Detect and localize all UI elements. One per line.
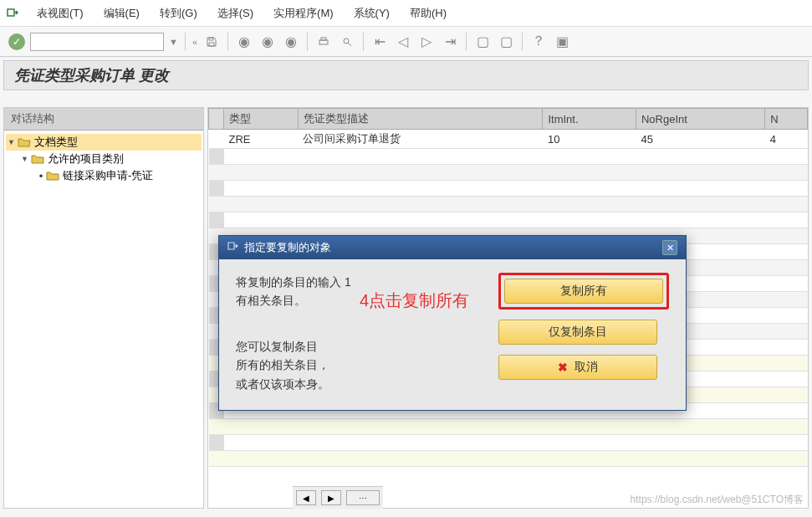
- shortcut-icon[interactable]: ▢: [497, 33, 515, 51]
- divider: [522, 33, 523, 51]
- cell-extra[interactable]: 4: [765, 130, 808, 149]
- folder-icon: [31, 153, 44, 165]
- menu-help[interactable]: 帮助(H): [400, 3, 457, 24]
- menu-utilities[interactable]: 实用程序(M): [263, 3, 344, 24]
- divider: [185, 33, 186, 51]
- exit-icon[interactable]: ◉: [258, 33, 277, 51]
- divider: [363, 33, 364, 51]
- menu-select[interactable]: 选择(S): [207, 3, 263, 24]
- cancel-x-icon: ✖: [558, 361, 568, 374]
- help-icon[interactable]: ？: [529, 33, 548, 51]
- bullet-icon: •: [36, 170, 46, 182]
- command-field[interactable]: [30, 33, 164, 51]
- page-title: 凭证类型采购订单 更改: [14, 65, 169, 85]
- folder-open-icon: [18, 136, 31, 148]
- back-icon[interactable]: ◉: [235, 33, 253, 51]
- menu-system[interactable]: 系统(Y): [344, 3, 400, 24]
- tree-node-link-pr[interactable]: • 链接采购申请-凭证: [6, 167, 202, 184]
- cell-norge[interactable]: 45: [636, 130, 764, 149]
- tree-node-label: 链接采购申请-凭证: [63, 168, 153, 183]
- col-desc[interactable]: 凭证类型描述: [298, 109, 543, 130]
- watermark: https://blog.csdn.net/web@51CTO博客: [631, 493, 804, 507]
- table-row[interactable]: ZRE 公司间采购订单退货 10 45 4: [209, 130, 808, 149]
- svg-rect-0: [319, 40, 328, 44]
- enter-icon[interactable]: ✓: [8, 33, 25, 50]
- chevrons-icon: «: [192, 37, 197, 47]
- tree-node-label: 文档类型: [34, 135, 78, 150]
- col-type[interactable]: 类型: [224, 109, 299, 130]
- row-selector[interactable]: [209, 130, 224, 149]
- copy-objects-dialog: 指定要复制的对象 ✕ 将复制的条目的输入 1 有相关条目。 您可以复制条目 所有…: [218, 235, 687, 411]
- menu-launcher-icon[interactable]: [5, 6, 20, 21]
- col-norgeint[interactable]: NoRgeInt: [636, 109, 764, 130]
- position-button[interactable]: ⋯: [346, 490, 380, 505]
- select-col-header[interactable]: [209, 109, 224, 130]
- expand-toggle-icon[interactable]: ▼: [21, 155, 31, 163]
- scroll-right-button[interactable]: ▶: [321, 490, 341, 505]
- divider: [227, 33, 228, 51]
- copy-entry-only-button[interactable]: 仅复制条目: [498, 320, 657, 345]
- dialog-close-button[interactable]: ✕: [662, 240, 677, 255]
- expand-toggle-icon[interactable]: ▼: [8, 138, 18, 146]
- col-itmint[interactable]: ItmInt.: [543, 109, 636, 130]
- settings-icon[interactable]: ▣: [553, 33, 571, 51]
- cancel-label: 取消: [575, 360, 598, 375]
- annotation-text: 4点击复制所有: [360, 289, 469, 312]
- divider: [466, 33, 467, 51]
- svg-line-3: [348, 43, 351, 46]
- cell-itm[interactable]: 10: [543, 130, 636, 149]
- table-scroll-controls: ◀ ▶ ⋯: [293, 486, 383, 509]
- nav-first-icon[interactable]: ⇤: [370, 33, 389, 51]
- nav-last-icon[interactable]: ⇥: [441, 33, 459, 51]
- folder-icon: [46, 170, 59, 182]
- divider: [307, 33, 308, 51]
- cancel-button[interactable]: ✖ 取消: [498, 355, 657, 380]
- tree-node-doctype[interactable]: ▼ 文档类型: [6, 134, 202, 151]
- menu-tableview[interactable]: 表视图(T): [27, 3, 94, 24]
- find-icon[interactable]: [338, 33, 356, 51]
- menu-edit[interactable]: 编辑(E): [94, 3, 150, 24]
- save-icon[interactable]: [202, 33, 221, 51]
- cell-desc[interactable]: 公司间采购订单退货: [298, 130, 543, 149]
- combo-dropdown-icon[interactable]: ▼: [169, 37, 178, 47]
- col-extra[interactable]: N: [765, 109, 808, 130]
- cancel-icon[interactable]: ◉: [282, 33, 300, 51]
- create-session-icon[interactable]: ▢: [473, 33, 492, 51]
- dialog-title-text: 指定要复制的对象: [244, 240, 331, 255]
- dialog-launcher-icon: [227, 242, 239, 254]
- menu-goto[interactable]: 转到(G): [150, 3, 207, 24]
- print-icon[interactable]: [314, 33, 333, 51]
- svg-rect-1: [321, 38, 326, 40]
- tree-node-label: 允许的项目类别: [48, 151, 124, 166]
- tree-node-itemcat[interactable]: ▼ 允许的项目类别: [6, 151, 202, 167]
- scroll-left-button[interactable]: ◀: [296, 490, 316, 505]
- copy-all-button[interactable]: 复制所有: [504, 279, 663, 304]
- dialog-structure-tree: 对话结构 ▼ 文档类型 ▼ 允许的项目类别 • 链接采购申请-凭证: [3, 107, 204, 509]
- annotation-highlight: 复制所有: [498, 273, 669, 310]
- nav-next-icon[interactable]: ▷: [417, 33, 436, 51]
- tree-header: 对话结构: [4, 108, 203, 131]
- cell-type[interactable]: ZRE: [224, 130, 299, 149]
- nav-prev-icon[interactable]: ◁: [394, 33, 412, 51]
